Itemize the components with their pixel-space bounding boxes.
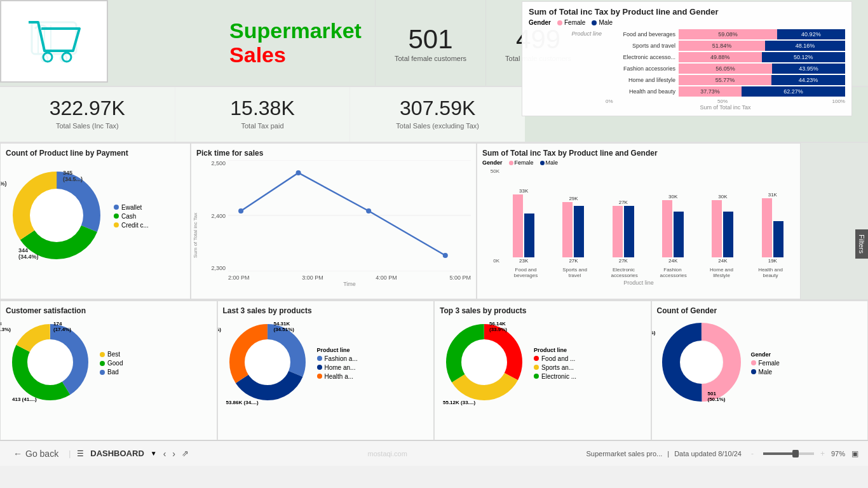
last3-donut-svg bbox=[223, 318, 312, 407]
axis-100: 100% bbox=[832, 98, 845, 104]
svg-point-4 bbox=[62, 53, 71, 62]
last3-fashion-label: Fashion a... bbox=[325, 355, 358, 362]
gender-title: Count of Gender bbox=[657, 306, 863, 315]
expand-button[interactable]: ⇗ bbox=[182, 449, 189, 458]
last3-health-label: Health a... bbox=[325, 373, 354, 380]
payment-chart-title: Count of Product line by Payment bbox=[6, 149, 185, 159]
svg-point-14 bbox=[296, 170, 301, 175]
kpi-total-tax-value: 15.38K bbox=[179, 97, 347, 120]
top3-panel: Top 3 sales by products 54.34K (32.8 bbox=[434, 301, 651, 440]
menu-icon: ☰ bbox=[77, 449, 84, 458]
fullscreen-button[interactable]: ▣ bbox=[851, 449, 858, 458]
y-min: 2,300 bbox=[211, 265, 226, 271]
prev-page-button[interactable]: ‹ bbox=[163, 449, 166, 459]
gender-499b: (49.9%) bbox=[651, 330, 656, 336]
label-311b: (31.1%) bbox=[0, 180, 7, 187]
bar-chart-title: Sum of Total inc Tax by Product line and… bbox=[529, 7, 845, 17]
title-supermarket: Supermarket bbox=[229, 19, 362, 43]
next-page-button[interactable]: › bbox=[172, 449, 175, 459]
best-label: Best bbox=[107, 351, 120, 358]
line-chart-panel: Pick time for sales 2,500 2,400 2,300 Su… bbox=[191, 143, 477, 299]
axis-0: 0% bbox=[606, 98, 613, 104]
grouped-bar-electronic: 27K 27K bbox=[601, 200, 646, 264]
kpi-total-sales-inc-value: 322.97K bbox=[3, 97, 172, 120]
bar-row-4: Home and lifestyle 55.77% 44.23% bbox=[606, 75, 845, 85]
svg-point-13 bbox=[238, 208, 243, 214]
zoom-handle[interactable] bbox=[792, 450, 799, 458]
go-back-button[interactable]: ← Go back bbox=[10, 447, 62, 460]
kpi-total-sales-ex: 307.59K Total Sales (excluding Tax) bbox=[350, 87, 525, 142]
zoom-level: 97% bbox=[831, 450, 845, 458]
kpi-female-label: Total female customers bbox=[395, 55, 466, 62]
svg-point-16 bbox=[443, 253, 448, 258]
back-arrow-icon: ← bbox=[13, 449, 22, 459]
last3-home-label: Home an... bbox=[325, 364, 356, 371]
top3-food-label: Food and ... bbox=[541, 355, 575, 362]
bottom-bar: ← Go back | ☰ DASHBOARD ▼ ‹ › ⇗ mostaqi.… bbox=[0, 440, 868, 466]
gender-legend-title: Gender bbox=[751, 351, 780, 358]
y-mid: 2,400 bbox=[211, 213, 226, 219]
satisfaction-title: Customer satisfaction bbox=[6, 306, 212, 315]
status-area: Supermarket sales pro... | Data updated … bbox=[586, 450, 742, 458]
label-345b: (34.5...) bbox=[63, 176, 83, 182]
grouped-bar-food: 33K 23K bbox=[501, 188, 546, 264]
filters-label: Filters bbox=[858, 234, 865, 254]
status-text: Supermarket sales pro... bbox=[586, 450, 662, 458]
logo-cart-area bbox=[0, 0, 108, 83]
top3-5434b: (32.81%) bbox=[434, 327, 435, 332]
top3-electronic-label: Electronic ... bbox=[541, 373, 576, 380]
shopping-cart-icon bbox=[25, 16, 83, 67]
grouped-y-max: 50K bbox=[491, 168, 499, 174]
axis-50: 50% bbox=[717, 98, 728, 104]
filters-tab[interactable]: Filters bbox=[855, 229, 868, 259]
kpi-total-sales-inc-label: Total Sales (Inc Tax) bbox=[3, 122, 172, 130]
zoom-slider[interactable] bbox=[763, 452, 814, 455]
sat-413ab: (41.3%) bbox=[0, 327, 11, 332]
top3-5512: 55.12K (33....) bbox=[443, 400, 475, 405]
top3-legend-area: Product line Food and ... Sports an... E… bbox=[534, 347, 576, 380]
credit-label: Credit c... bbox=[121, 222, 149, 229]
kpi-total-sales-ex-label: Total Sales (excluding Tax) bbox=[353, 122, 522, 130]
grouped-gender-label: Gender bbox=[482, 159, 503, 166]
last3-4919b: (31.26%) bbox=[217, 327, 221, 332]
cash-label: Cash bbox=[121, 213, 136, 220]
last3-5431: 54.31K bbox=[274, 321, 294, 327]
watermark: mostaqi.com bbox=[195, 450, 580, 458]
kpi-female-value: 501 bbox=[409, 24, 453, 55]
top3-donut-svg bbox=[440, 318, 529, 407]
grouped-bar-title: Sum of Total inc Tax by Product line and… bbox=[482, 149, 795, 158]
dropdown-button[interactable]: ▼ bbox=[151, 450, 157, 457]
dashboard-label: DASHBOARD bbox=[90, 449, 144, 458]
time-4: 5:00 PM bbox=[449, 274, 471, 281]
last3-title: Last 3 sales by products bbox=[223, 306, 429, 315]
ewallet-label: Ewallet bbox=[121, 204, 142, 211]
gender-panel: Count of Gender 499 (49.9%) bbox=[651, 301, 869, 440]
label-345: 345 bbox=[63, 170, 83, 176]
gender-499: 499 bbox=[651, 324, 656, 330]
sat-174: 174 bbox=[53, 321, 71, 327]
line-chart-title: Pick time for sales bbox=[196, 149, 471, 158]
gender-501: 501 bbox=[708, 391, 726, 396]
updated-text: Data updated 8/10/24 bbox=[674, 450, 742, 458]
female-legend: Female bbox=[564, 19, 585, 26]
payment-chart-panel: Count of Product line by Payment bbox=[0, 143, 191, 299]
grouped-female-label: Female bbox=[515, 159, 534, 166]
gender-label: Gender bbox=[529, 19, 551, 26]
row3: Customer satisfaction 174 bbox=[0, 301, 868, 440]
svg-point-28 bbox=[462, 340, 506, 384]
bad-label: Bad bbox=[107, 369, 119, 376]
svg-point-31 bbox=[681, 342, 722, 383]
last3-5431b: (34.51%) bbox=[274, 327, 294, 332]
satisfaction-donut-svg bbox=[6, 318, 95, 407]
kpi-total-tax-label: Total Tax paid bbox=[179, 122, 347, 130]
kpi-total-sales-ex-value: 307.59K bbox=[353, 97, 522, 120]
good-label: Good bbox=[107, 360, 123, 367]
grouped-y-min: 0K bbox=[493, 258, 499, 264]
kpi-total-sales-inc: 322.97K Total Sales (Inc Tax) bbox=[0, 87, 175, 142]
payment-legend: Ewallet Cash Credit c... bbox=[114, 204, 149, 229]
bar-row-3: Fashion accessories 56.05% 43.95% bbox=[606, 64, 845, 74]
time-3: 4:00 PM bbox=[376, 274, 397, 281]
time-2: 3:00 PM bbox=[302, 274, 323, 281]
top3-sports-label: Sports an... bbox=[541, 364, 574, 371]
svg-point-3 bbox=[43, 53, 52, 62]
